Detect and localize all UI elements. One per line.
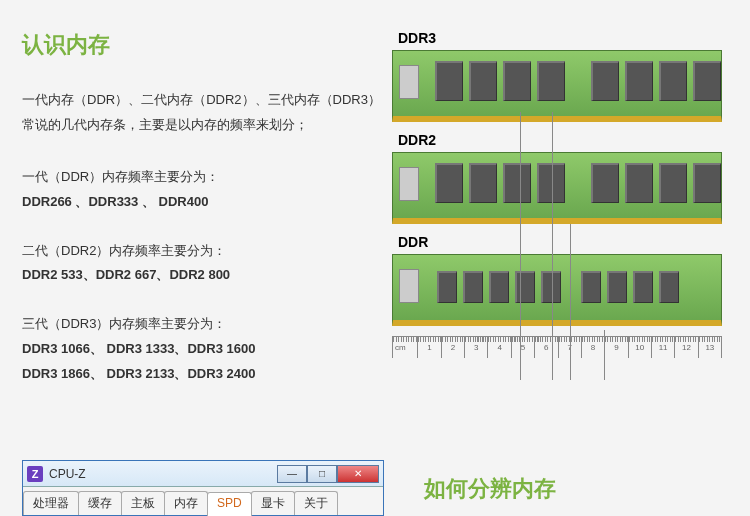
gen1-values: DDR266 、DDR333 、 DDR400 bbox=[22, 190, 382, 215]
ruler-tick: 3 bbox=[465, 337, 488, 358]
ruler: cm 1 2 3 4 5 6 7 8 9 10 11 12 13 bbox=[392, 336, 722, 358]
ram-ddr2: DDR2 bbox=[392, 132, 750, 224]
ruler-tick: 8 bbox=[582, 337, 605, 358]
tab-graphics[interactable]: 显卡 bbox=[251, 491, 295, 515]
ram-diagram: DDR3 DDR2 DDR bbox=[392, 30, 750, 410]
ruler-tick: 13 bbox=[699, 337, 722, 358]
ruler-tick: 5 bbox=[512, 337, 535, 358]
cpuz-titlebar[interactable]: Z CPU-Z — □ ✕ bbox=[23, 461, 383, 487]
ruler-tick: 9 bbox=[605, 337, 628, 358]
gen3-values-2: DDR3 1866、 DDR3 2133、DDR3 2400 bbox=[22, 362, 382, 387]
gen2-values: DDR2 533、DDR2 667、DDR2 800 bbox=[22, 263, 382, 288]
tab-memory[interactable]: 内存 bbox=[164, 491, 208, 515]
ruler-tick: 11 bbox=[652, 337, 675, 358]
ruler-tick: 1 bbox=[418, 337, 441, 358]
gen3-block: 三代（DDR3）内存频率主要分为： DDR3 1066、 DDR3 1333、D… bbox=[22, 312, 382, 386]
side-block bbox=[399, 65, 419, 99]
tab-about[interactable]: 关于 bbox=[294, 491, 338, 515]
section-title: 认识内存 bbox=[22, 30, 382, 60]
minimize-button[interactable]: — bbox=[277, 465, 307, 483]
intro-paragraph: 一代内存（DDR）、二代内存（DDR2）、三代内存（DDR3） 常说的几代内存条… bbox=[22, 88, 382, 137]
ram-label-ddr3: DDR3 bbox=[398, 30, 750, 46]
ruler-tick: 10 bbox=[629, 337, 652, 358]
cpuz-app-icon: Z bbox=[27, 466, 43, 482]
cpuz-title-text: CPU-Z bbox=[49, 467, 271, 481]
text-content: 认识内存 一代内存（DDR）、二代内存（DDR2）、三代内存（DDR3） 常说的… bbox=[22, 30, 392, 410]
alignment-line bbox=[552, 112, 553, 380]
ram-stick-ddr bbox=[392, 254, 722, 326]
tab-cache[interactable]: 缓存 bbox=[78, 491, 122, 515]
ram-stick-ddr2 bbox=[392, 152, 722, 224]
gen3-values-1: DDR3 1066、 DDR3 1333、DDR3 1600 bbox=[22, 337, 382, 362]
ram-stick-ddr3 bbox=[392, 50, 722, 122]
alignment-line bbox=[604, 330, 605, 380]
gen2-block: 二代（DDR2）内存频率主要分为： DDR2 533、DDR2 667、DDR2… bbox=[22, 239, 382, 288]
gen2-intro: 二代（DDR2）内存频率主要分为： bbox=[22, 239, 382, 264]
cpuz-window: Z CPU-Z — □ ✕ 处理器 缓存 主板 内存 SPD 显卡 关于 bbox=[22, 460, 384, 516]
gen1-intro: 一代（DDR）内存频率主要分为： bbox=[22, 165, 382, 190]
tab-processor[interactable]: 处理器 bbox=[23, 491, 79, 515]
tab-spd[interactable]: SPD bbox=[207, 492, 252, 516]
side-block bbox=[399, 167, 419, 201]
alignment-line bbox=[520, 112, 521, 380]
intro-line1: 一代内存（DDR）、二代内存（DDR2）、三代内存（DDR3） bbox=[22, 88, 382, 113]
tab-mainboard[interactable]: 主板 bbox=[121, 491, 165, 515]
cpuz-tabs: 处理器 缓存 主板 内存 SPD 显卡 关于 bbox=[23, 487, 383, 515]
ruler-tick: 12 bbox=[675, 337, 698, 358]
gen3-intro: 三代（DDR3）内存频率主要分为： bbox=[22, 312, 382, 337]
ram-label-ddr: DDR bbox=[398, 234, 750, 250]
ram-ddr3: DDR3 bbox=[392, 30, 750, 122]
maximize-button[interactable]: □ bbox=[307, 465, 337, 483]
section-title-2: 如何分辨内存 bbox=[424, 474, 556, 504]
ruler-tick: 2 bbox=[442, 337, 465, 358]
close-button[interactable]: ✕ bbox=[337, 465, 379, 483]
gen1-block: 一代（DDR）内存频率主要分为： DDR266 、DDR333 、 DDR400 bbox=[22, 165, 382, 214]
ruler-tick: 4 bbox=[488, 337, 511, 358]
side-block bbox=[399, 269, 419, 303]
ruler-unit: cm bbox=[392, 337, 418, 358]
alignment-line bbox=[570, 224, 571, 380]
ram-ddr: DDR bbox=[392, 234, 750, 326]
intro-line2: 常说的几代内存条，主要是以内存的频率来划分； bbox=[22, 113, 382, 138]
ram-label-ddr2: DDR2 bbox=[398, 132, 750, 148]
ruler-tick: 6 bbox=[535, 337, 558, 358]
